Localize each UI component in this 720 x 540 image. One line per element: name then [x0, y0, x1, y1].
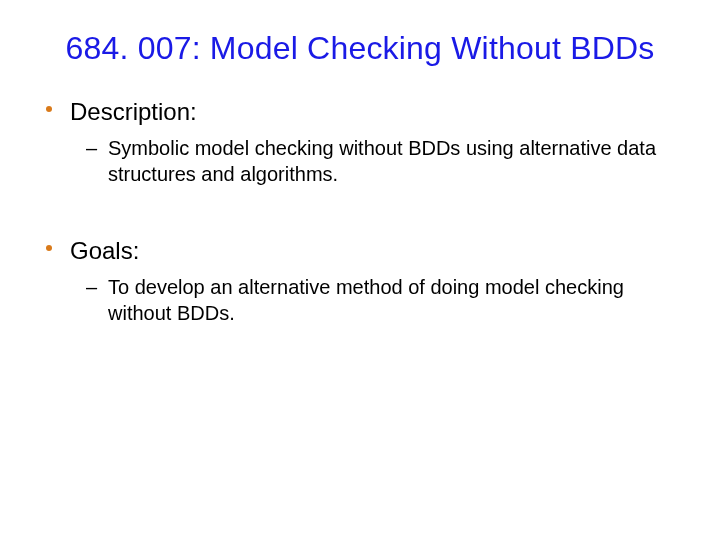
section-heading: Goals:	[40, 235, 680, 266]
list-item-text: Symbolic model checking without BDDs usi…	[108, 137, 656, 185]
dash-icon: –	[86, 274, 97, 300]
slide: 684. 007: Model Checking Without BDDs De…	[0, 0, 720, 540]
bullet-icon	[46, 106, 52, 112]
section-description: Description: – Symbolic model checking w…	[40, 96, 680, 187]
section-heading-text: Description:	[70, 98, 197, 125]
section-heading-text: Goals:	[70, 237, 139, 264]
dash-icon: –	[86, 135, 97, 161]
list-item: – To develop an alternative method of do…	[40, 274, 668, 326]
section-heading: Description:	[40, 96, 680, 127]
list-item-text: To develop an alternative method of doin…	[108, 276, 624, 324]
list-item: – Symbolic model checking without BDDs u…	[40, 135, 668, 187]
section-goals: Goals: – To develop an alternative metho…	[40, 235, 680, 326]
bullet-icon	[46, 245, 52, 251]
slide-title: 684. 007: Model Checking Without BDDs	[40, 28, 680, 68]
